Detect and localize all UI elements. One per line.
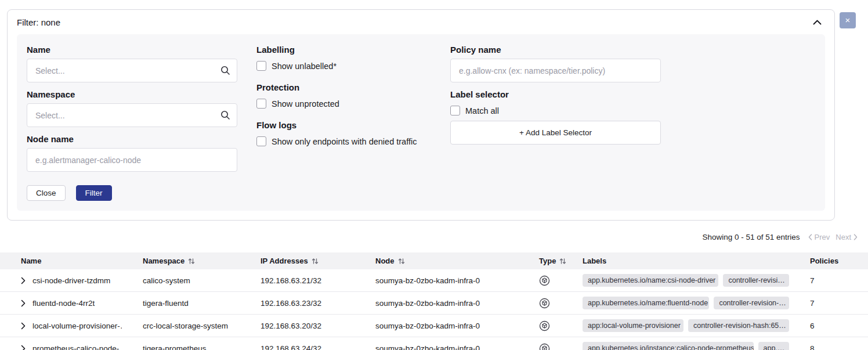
table-row: local-volume-provisioner-… crc-local-sto…: [0, 315, 868, 337]
column-header-labels: Labels: [562, 252, 789, 269]
endpoint-ip: 192.168.63.24/32: [240, 337, 355, 350]
label-chip: app.kubernetes.io/name:csi-node-driver: [583, 274, 718, 287]
label-selector-heading: Label selector: [450, 89, 661, 100]
workload-endpoint-icon: [539, 320, 562, 331]
show-unprotected-checkbox[interactable]: [256, 99, 266, 109]
label-chip: controller-revision-…: [714, 297, 789, 309]
endpoint-node: soumya-bz-0zbo-kadm-infra-0: [355, 315, 518, 337]
expand-row-button[interactable]: [21, 300, 26, 307]
policies-count: 7: [789, 269, 868, 292]
node-name-field-label: Node name: [27, 134, 237, 145]
close-icon[interactable]: ×: [840, 12, 856, 28]
filter-panel: Filter: none Name Namespace: [7, 9, 835, 221]
sort-icon[interactable]: [559, 258, 566, 265]
show-unlabelled-checkbox[interactable]: [256, 61, 266, 71]
endpoint-name: local-volume-provisioner-…: [32, 322, 122, 330]
filter-body: Name Namespace Node name Close Filt: [17, 34, 825, 211]
entries-summary: Showing 0 - 51 of 51 entries: [702, 233, 800, 241]
filter-column-2: Labelling Show unlabelled* Protection Sh…: [256, 45, 431, 211]
endpoint-namespace: crc-local-storage-system: [122, 315, 240, 337]
denied-traffic-checkbox[interactable]: [256, 136, 266, 146]
pagination-row: Showing 0 - 51 of 51 entries Prev Next: [0, 231, 868, 243]
endpoint-name: prometheus-calico-node-…: [32, 344, 122, 350]
endpoint-namespace: tigera-fluentd: [122, 292, 240, 315]
column-header-ip-addresses[interactable]: IP Addresses: [240, 252, 355, 269]
policy-name-input[interactable]: [450, 59, 661, 82]
chevron-right-icon: [853, 234, 858, 240]
endpoint-node: soumya-bz-0zbo-kadm-infra-0: [355, 292, 518, 315]
match-all-checkbox[interactable]: [450, 106, 460, 116]
policies-count: 7: [789, 292, 868, 315]
show-unprotected-label: Show unprotected: [272, 99, 339, 109]
endpoint-ip: 192.168.63.21/32: [240, 269, 355, 292]
endpoints-table: Name Namespace IP Addresses Node Type La…: [0, 252, 868, 350]
label-chip: app.…: [758, 342, 790, 350]
chevron-right-icon: [21, 300, 26, 307]
denied-traffic-row: Show only endpoints with denied traffic: [256, 136, 431, 146]
endpoint-name: csi-node-driver-tzdmm: [32, 276, 110, 285]
sort-icon[interactable]: [398, 258, 405, 265]
filter-column-3: Policy name Label selector Match all + A…: [450, 45, 661, 211]
workload-endpoint-icon: [539, 298, 562, 309]
column-header-namespace[interactable]: Namespace: [122, 252, 240, 269]
sort-icon[interactable]: [312, 258, 319, 265]
filter-panel-header: Filter: none: [8, 10, 834, 34]
match-all-row: Match all: [450, 106, 661, 116]
node-name-input[interactable]: [27, 148, 237, 172]
table-header-row: Name Namespace IP Addresses Node Type La…: [0, 252, 868, 269]
endpoint-node: soumya-bz-0zbo-kadm-infra-0: [355, 337, 518, 350]
labelling-heading: Labelling: [256, 45, 431, 55]
expand-row-button[interactable]: [21, 277, 26, 284]
add-label-selector-button[interactable]: + Add Label Selector: [450, 121, 661, 145]
collapse-panel-button[interactable]: [813, 20, 822, 25]
filter-title: Filter: none: [17, 17, 60, 27]
sort-icon[interactable]: [188, 258, 195, 265]
column-header-policies: Policies: [789, 252, 868, 269]
endpoint-namespace: tigera-prometheus: [122, 337, 240, 350]
chevron-up-icon: [813, 20, 822, 25]
endpoint-ip: 192.168.63.23/32: [240, 292, 355, 315]
namespace-field-label: Namespace: [27, 89, 237, 100]
label-chip: app.kubernetes.io/instance:calico-node-p…: [583, 342, 754, 350]
label-chip: app.kubernetes.io/name:fluentd-node: [583, 297, 709, 309]
filter-button[interactable]: Filter: [76, 185, 112, 201]
search-icon: [220, 110, 230, 120]
search-icon: [220, 66, 230, 75]
prev-page-button[interactable]: Prev: [808, 233, 830, 241]
workload-endpoint-icon: [539, 275, 562, 286]
chevron-right-icon: [21, 345, 26, 350]
chevron-right-icon: [21, 277, 26, 284]
filter-column-1: Name Namespace Node name Close Filt: [27, 45, 237, 211]
expand-row-button[interactable]: [21, 345, 26, 350]
label-chip: controller-revisi…: [723, 274, 789, 287]
endpoint-name: fluentd-node-4rr2t: [32, 299, 95, 308]
endpoint-ip: 192.168.63.20/32: [240, 315, 355, 337]
namespace-select-input[interactable]: [27, 103, 237, 127]
label-chip: controller-revision-hash:65…: [688, 319, 789, 332]
show-unlabelled-row: Show unlabelled*: [256, 61, 431, 71]
expand-row-button[interactable]: [21, 322, 26, 330]
chevron-left-icon: [808, 234, 812, 240]
show-unprotected-row: Show unprotected: [256, 99, 431, 109]
table-row: csi-node-driver-tzdmm calico-system 192.…: [0, 269, 868, 292]
flow-logs-heading: Flow logs: [256, 120, 431, 131]
policies-count: 8: [789, 337, 868, 350]
policy-name-field-label: Policy name: [450, 45, 661, 55]
name-field-label: Name: [27, 45, 237, 55]
protection-heading: Protection: [256, 82, 431, 93]
column-header-name: Name: [0, 252, 122, 269]
workload-endpoint-icon: [539, 343, 562, 350]
label-chip: app:local-volume-provisioner: [583, 319, 683, 332]
next-page-button[interactable]: Next: [836, 233, 858, 241]
name-select-input[interactable]: [27, 59, 237, 82]
show-unlabelled-label: Show unlabelled*: [272, 62, 337, 71]
table-row: fluentd-node-4rr2t tigera-fluentd 192.16…: [0, 292, 868, 315]
close-button[interactable]: Close: [27, 185, 66, 201]
match-all-label: Match all: [465, 106, 499, 116]
column-header-node[interactable]: Node: [355, 252, 518, 269]
denied-traffic-label: Show only endpoints with denied traffic: [272, 137, 417, 146]
column-header-type[interactable]: Type: [518, 252, 562, 269]
chevron-right-icon: [21, 322, 26, 330]
table-row: prometheus-calico-node-… tigera-promethe…: [0, 337, 868, 350]
policies-count: 6: [789, 315, 868, 337]
